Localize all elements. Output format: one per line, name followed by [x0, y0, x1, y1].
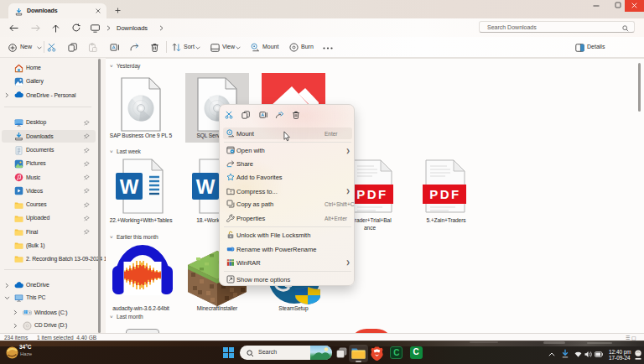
svg-text:W: W — [196, 175, 216, 198]
svg-text:W: W — [120, 175, 139, 198]
svg-text:PDF: PDF — [356, 187, 388, 201]
svg-text:PDF: PDF — [429, 187, 461, 201]
